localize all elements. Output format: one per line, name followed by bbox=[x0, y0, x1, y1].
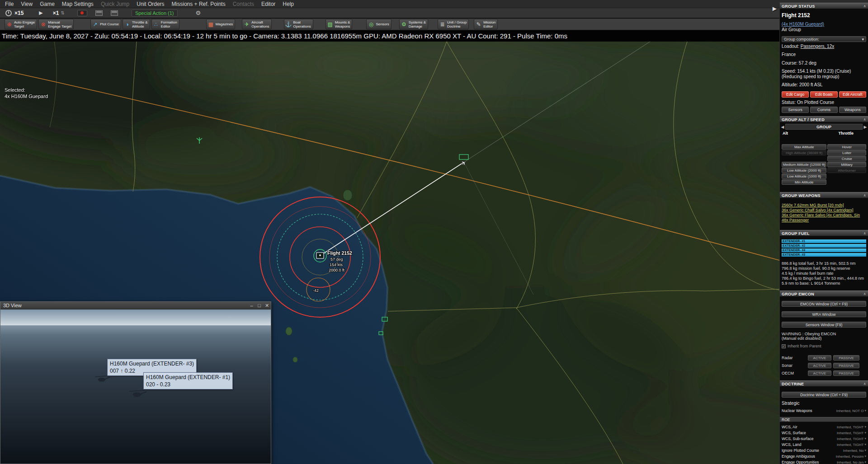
throttle-loiter-button[interactable]: Loiter bbox=[827, 150, 866, 155]
clock-icon[interactable] bbox=[5, 10, 12, 16]
weapons-window-button[interactable]: Weapons bbox=[839, 107, 866, 113]
wcs-subsurface-value[interactable]: Inherited, TIGHT bbox=[837, 437, 863, 441]
mission-editor-button[interactable]: ✎ MissionEditor bbox=[474, 19, 498, 29]
radar-passive-button[interactable]: PASSIVE bbox=[833, 355, 859, 361]
wcs-air-value[interactable]: Inherited, TIGHT bbox=[837, 425, 863, 429]
section-header-alt-speed[interactable]: GROUP ALT / SPEED ∧ bbox=[780, 116, 868, 122]
minimize-button[interactable]: – bbox=[248, 303, 255, 309]
maximize-button[interactable]: □ bbox=[255, 303, 263, 309]
section-header-group-weapons[interactable]: GROUP WEAPONS ∧ bbox=[780, 192, 868, 198]
friendly-unit-symbol-coast-1[interactable] bbox=[382, 317, 387, 321]
weapon-link[interactable]: 2560x 7.62mm MG Burst [20 rnds] bbox=[780, 203, 868, 208]
doctrine-window-button[interactable]: Doctrine Window (Ctrl + F9) bbox=[782, 392, 866, 398]
section-header-group-fuel[interactable]: GROUP FUEL ∧ bbox=[780, 230, 868, 236]
systems-damage-button[interactable]: ⚙ Systems &Damage bbox=[399, 19, 428, 29]
edit-boats-button[interactable]: Edit Boats bbox=[810, 91, 837, 98]
sidebar-collapse-arrow[interactable]: ▶ bbox=[773, 5, 777, 12]
group-composition-link[interactable]: (4x H160M Guepard) bbox=[780, 22, 868, 27]
magazines-button[interactable]: ▦ Magazines bbox=[206, 19, 236, 29]
close-button[interactable]: ✕ bbox=[263, 303, 271, 309]
throttle-hover-button[interactable]: Hover bbox=[827, 144, 866, 150]
sonar-active-button[interactable]: ACTIVE bbox=[808, 363, 831, 368]
group-composition-dropdown[interactable]: Group composition: ▾ bbox=[782, 36, 866, 42]
menu-map-settings[interactable]: Map Settings bbox=[58, 1, 97, 7]
wcs-land-value[interactable]: Inherited, TIGHT bbox=[837, 443, 863, 447]
edit-aircraft-button[interactable]: Edit Aircraft bbox=[839, 91, 866, 98]
window-layout-icon-2[interactable] bbox=[111, 10, 118, 16]
next-group-arrow[interactable]: ▶ bbox=[863, 125, 868, 129]
menu-help[interactable]: Help bbox=[279, 1, 297, 7]
dropdown-arrow-icon: ▾ bbox=[864, 449, 866, 452]
throttle-cruise-button[interactable]: Cruise bbox=[827, 156, 866, 161]
collapse-icon: ∧ bbox=[863, 192, 866, 198]
sonar-passive-button[interactable]: PASSIVE bbox=[833, 363, 859, 368]
inherit-checkbox[interactable]: ✓ bbox=[782, 344, 786, 348]
nuclear-weapons-value[interactable]: Inherited, NOT O bbox=[836, 409, 864, 413]
doctrine-icon: ≣ bbox=[439, 21, 446, 28]
throttle-military-button[interactable]: Military bbox=[827, 162, 866, 167]
wra-window-button[interactable]: WRA Window bbox=[782, 311, 866, 317]
plot-course-button[interactable]: ↗ Plot Course bbox=[90, 19, 121, 29]
record-button[interactable] bbox=[77, 10, 87, 16]
mounts-weapons-button[interactable]: ▨ Mounts &Weapons bbox=[326, 19, 353, 29]
loadout-link[interactable]: Passengers, 12x bbox=[801, 44, 835, 49]
friendly-unit-symbol-coast-2[interactable] bbox=[379, 332, 383, 335]
sensors-window-button[interactable]: Sensors bbox=[782, 107, 809, 113]
comms-window-button[interactable]: Comms bbox=[810, 107, 837, 113]
ignore-plotted-course-value[interactable]: Inherited, No bbox=[843, 449, 864, 453]
alt-min-button[interactable]: Min Altitude bbox=[782, 179, 826, 185]
oecm-passive-button[interactable]: PASSIVE bbox=[833, 370, 859, 376]
step-arrows-icon[interactable]: ⇅ bbox=[61, 10, 65, 15]
speed-readout: Speed: 154.1 kts (M 0.23) (Cruise) bbox=[780, 69, 868, 74]
dropdown-arrow-icon: ▾ bbox=[864, 409, 866, 412]
settings-gear-icon[interactable]: ⚙ bbox=[196, 9, 201, 16]
weapon-link[interactable]: 48x Passenger bbox=[780, 218, 868, 223]
prev-group-arrow[interactable]: ◀ bbox=[780, 125, 785, 129]
section-header-group-emcon[interactable]: GROUP EMCON ∧ bbox=[780, 291, 868, 297]
alt-max-button[interactable]: Max Altitude bbox=[782, 144, 826, 150]
time-compression-value[interactable]: ×15 bbox=[14, 10, 24, 16]
step-multiplier[interactable]: ×1 bbox=[53, 10, 59, 16]
edit-cargo-button[interactable]: Edit Cargo bbox=[782, 91, 809, 98]
menu-missions-ref-points[interactable]: Missions + Ref. Points bbox=[168, 1, 229, 7]
wcs-surface-value[interactable]: Inherited, TIGHT bbox=[837, 431, 863, 435]
weapon-link[interactable]: 36x Generic Chaff Salvo [4x Cartridges] bbox=[780, 208, 868, 213]
radar-active-button[interactable]: ACTIVE bbox=[808, 355, 831, 361]
menu-editor[interactable]: Editor bbox=[258, 1, 279, 7]
3d-view-titlebar[interactable]: 3D View – □ ✕ bbox=[0, 302, 271, 309]
oecm-active-button[interactable]: ACTIVE bbox=[808, 370, 831, 376]
boat-operations-button[interactable]: ⚓ BoatOperations bbox=[284, 19, 313, 29]
throttle-altitude-button[interactable]: ◑ Throttle &Altitude bbox=[123, 19, 150, 29]
sensors-button[interactable]: ◎ Sensors bbox=[366, 19, 391, 29]
collapse-icon: ∧ bbox=[863, 291, 866, 296]
section-header-doctrine[interactable]: DOCTRINE ∧ bbox=[780, 380, 868, 387]
engage-opportunities-value[interactable]: Inherited, No (en bbox=[837, 460, 864, 464]
auto-engage-target-button[interactable]: ⊕ Auto EngageTarget bbox=[5, 19, 37, 29]
engage-opportunities-row: Engage Opportunities Inherited, No (en ▾ bbox=[780, 459, 868, 464]
alt-low-1000-button[interactable]: Low Altitude (1000 ft) bbox=[782, 173, 826, 179]
play-button[interactable]: ▶ bbox=[39, 10, 42, 16]
emcon-window-button[interactable]: EMCON Window (Ctrl + F9) bbox=[782, 301, 866, 307]
section-header-group-status[interactable]: GROUP STATUS ∧ bbox=[780, 3, 868, 9]
manual-engage-target-button[interactable]: ⊗ ManualEngage Target bbox=[38, 19, 74, 29]
sensors-window-f9-button[interactable]: Sensors Window (F9) bbox=[782, 322, 866, 328]
menu-file[interactable]: File bbox=[1, 1, 17, 7]
app-window: File View Game Map Settings Quick Jump U… bbox=[0, 0, 868, 464]
group-name: Flight 2152 bbox=[780, 12, 868, 19]
3d-viewport[interactable]: H160M Guepard (EXTENDER- #3) 007 ↑ 0.22 … bbox=[0, 309, 271, 464]
weapon-link[interactable]: 36x Generic Flare Salvo [4x Cartridges, … bbox=[780, 213, 868, 218]
menu-unit-orders[interactable]: Unit Orders bbox=[133, 1, 168, 7]
formation-editor-button[interactable]: ∴ FormationEditor bbox=[151, 19, 179, 29]
menu-game[interactable]: Game bbox=[36, 1, 58, 7]
dropdown-arrow-icon: ▾ bbox=[864, 443, 866, 446]
fuel-gauge: EXTENDER- #3 bbox=[782, 253, 866, 257]
unit-label-altitude: 2000.0 ft bbox=[329, 268, 345, 272]
special-actions-menu[interactable]: Special Action (1) bbox=[132, 9, 178, 17]
alt-low-2000-button[interactable]: Low Altitude (2000 ft) bbox=[782, 168, 826, 173]
alt-medium-button[interactable]: Medium Altitude (12000 ft) bbox=[782, 162, 826, 167]
engage-ambiguous-value[interactable]: Inherited, Pessim bbox=[836, 455, 864, 459]
aircraft-operations-button[interactable]: ✈ AircraftOperations bbox=[242, 19, 271, 29]
unit-group-doctrine-button[interactable]: ≣ Unit / GroupDoctrine bbox=[438, 19, 469, 29]
window-layout-icon-1[interactable] bbox=[95, 10, 103, 16]
menu-view[interactable]: View bbox=[17, 1, 36, 7]
